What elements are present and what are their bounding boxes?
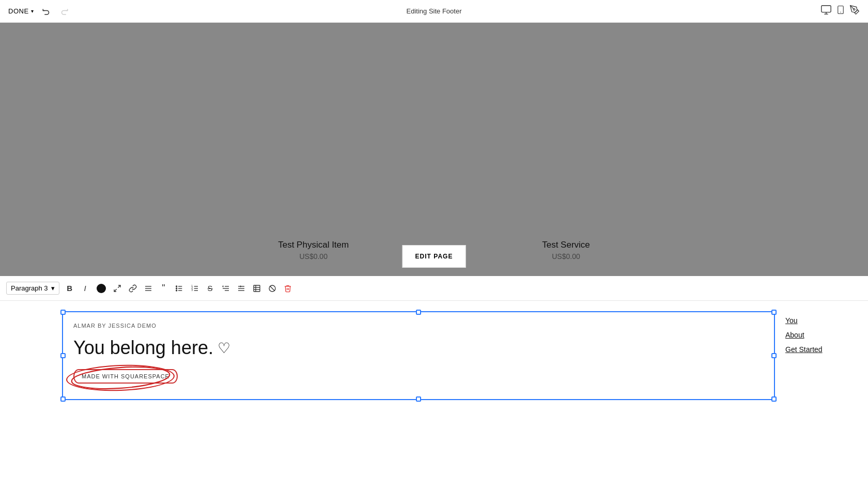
done-chevron-icon: ▾ [31, 8, 34, 14]
top-bar-left: DONE ▾ [8, 5, 71, 18]
product-card-1: Test Physical Item US$0.00 [278, 240, 349, 261]
strikethrough-button[interactable]: S [203, 282, 218, 295]
redo-button[interactable] [57, 5, 71, 18]
mobile-view-icon[interactable] [836, 4, 845, 18]
canvas-area: Test Physical Item US$0.00 Test Service … [0, 23, 868, 276]
resize-button[interactable] [110, 282, 125, 295]
footer-edit-area: ALMAR BY JESSICA DEMO You belong here. ♡… [0, 301, 868, 410]
unordered-list-button[interactable] [172, 282, 187, 295]
align-button[interactable] [141, 282, 156, 295]
desktop-view-icon[interactable] [820, 4, 832, 18]
tagline: You belong here. ♡ [73, 337, 764, 359]
product-card-2: Test Service US$0.00 [542, 240, 590, 261]
svg-line-34 [270, 286, 274, 291]
pen-tool-icon[interactable] [849, 5, 860, 18]
footer-nav-link-1[interactable]: About [785, 331, 837, 339]
svg-text:3: 3 [191, 288, 193, 292]
bold-button[interactable]: B [63, 282, 77, 295]
handle-bottom-right[interactable] [771, 396, 777, 402]
footer-nav: You About Get Started [785, 311, 868, 400]
product-price-2: US$0.00 [542, 252, 590, 261]
handle-top-right[interactable] [771, 310, 777, 315]
svg-point-5 [854, 9, 855, 10]
format-toolbar: Paragraph 3 ▾ B I " 123 S [0, 276, 868, 301]
handle-middle-right[interactable] [771, 353, 777, 358]
done-label: DONE [8, 7, 29, 15]
indent-right-button[interactable] [234, 282, 249, 295]
edit-page-button[interactable]: EDIT PAGE [402, 245, 466, 268]
text-color-button[interactable] [94, 282, 109, 295]
product-price-1: US$0.00 [278, 252, 349, 261]
text-block[interactable]: ALMAR BY JESSICA DEMO You belong here. ♡… [62, 311, 775, 400]
footer-nav-link-0[interactable]: You [785, 316, 837, 325]
svg-point-15 [176, 288, 177, 289]
color-swatch [97, 284, 106, 293]
paragraph-style-label: Paragraph 3 [11, 284, 48, 292]
undo-redo-group [40, 5, 71, 18]
done-button[interactable]: DONE ▾ [8, 7, 34, 15]
handle-top-center[interactable] [416, 310, 421, 315]
product-name-1: Test Physical Item [278, 240, 349, 250]
undo-button[interactable] [40, 5, 53, 18]
handle-bottom-left[interactable] [60, 396, 66, 402]
clear-format-button[interactable] [265, 282, 280, 295]
link-button[interactable] [126, 282, 140, 295]
tagline-text: You belong here. [73, 337, 213, 359]
svg-line-6 [118, 285, 120, 288]
svg-rect-29 [254, 285, 260, 292]
made-with-label: MADE WITH SQUARESPACE [73, 369, 178, 384]
top-bar: DONE ▾ Editing Site Footer [0, 0, 868, 23]
ordered-list-button[interactable]: 123 [188, 282, 202, 295]
svg-point-14 [176, 286, 177, 287]
view-icons-group [820, 4, 860, 18]
paragraph-style-chevron: ▾ [51, 284, 55, 292]
blockquote-button[interactable]: " [157, 281, 171, 296]
indent-left-button[interactable] [219, 282, 233, 295]
site-label: ALMAR BY JESSICA DEMO [73, 323, 764, 329]
insert-table-button[interactable] [250, 282, 264, 295]
handle-middle-left[interactable] [60, 353, 66, 358]
heart-icon: ♡ [218, 340, 230, 357]
svg-rect-0 [822, 6, 831, 12]
made-with-wrapper: MADE WITH SQUARESPACE [73, 369, 178, 384]
paragraph-style-select[interactable]: Paragraph 3 ▾ [6, 282, 59, 295]
top-bar-right [820, 4, 860, 18]
text-block-wrapper: ALMAR BY JESSICA DEMO You belong here. ♡… [62, 311, 785, 400]
product-name-2: Test Service [542, 240, 590, 250]
italic-button[interactable]: I [78, 282, 92, 295]
svg-point-16 [176, 290, 177, 291]
handle-bottom-center[interactable] [416, 396, 421, 402]
footer-nav-link-2[interactable]: Get Started [785, 345, 837, 354]
delete-block-button[interactable] [281, 282, 295, 295]
handle-top-left[interactable] [60, 310, 66, 315]
svg-line-7 [114, 289, 117, 292]
page-title: Editing Site Footer [407, 7, 462, 15]
